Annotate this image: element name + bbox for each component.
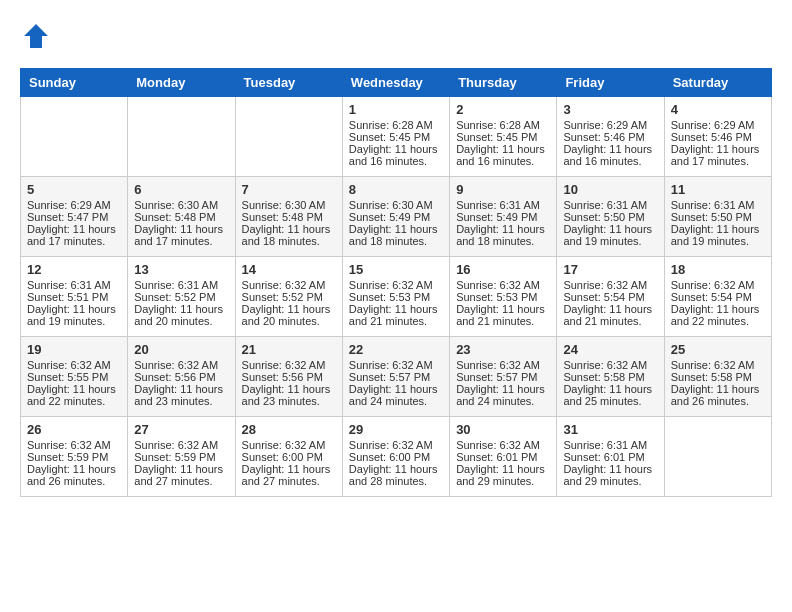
day-number: 22 xyxy=(349,342,443,357)
day-info: Sunset: 6:00 PM xyxy=(242,451,336,463)
calendar-cell: 27Sunrise: 6:32 AMSunset: 5:59 PMDayligh… xyxy=(128,417,235,497)
day-info: Daylight: 11 hours and 24 minutes. xyxy=(349,383,443,407)
day-info: Sunrise: 6:32 AM xyxy=(563,279,657,291)
day-info: Daylight: 11 hours and 23 minutes. xyxy=(134,383,228,407)
day-info: Sunset: 5:59 PM xyxy=(134,451,228,463)
day-info: Daylight: 11 hours and 19 minutes. xyxy=(27,303,121,327)
day-number: 23 xyxy=(456,342,550,357)
calendar-week-2: 5Sunrise: 6:29 AMSunset: 5:47 PMDaylight… xyxy=(21,177,772,257)
calendar-cell: 13Sunrise: 6:31 AMSunset: 5:52 PMDayligh… xyxy=(128,257,235,337)
day-info: Daylight: 11 hours and 21 minutes. xyxy=(456,303,550,327)
day-number: 13 xyxy=(134,262,228,277)
calendar-cell: 7Sunrise: 6:30 AMSunset: 5:48 PMDaylight… xyxy=(235,177,342,257)
day-info: Sunset: 5:47 PM xyxy=(27,211,121,223)
calendar-week-1: 1Sunrise: 6:28 AMSunset: 5:45 PMDaylight… xyxy=(21,97,772,177)
day-info: Sunset: 5:58 PM xyxy=(671,371,765,383)
calendar-cell: 18Sunrise: 6:32 AMSunset: 5:54 PMDayligh… xyxy=(664,257,771,337)
day-number: 12 xyxy=(27,262,121,277)
calendar-cell: 16Sunrise: 6:32 AMSunset: 5:53 PMDayligh… xyxy=(450,257,557,337)
calendar-cell: 15Sunrise: 6:32 AMSunset: 5:53 PMDayligh… xyxy=(342,257,449,337)
day-info: Daylight: 11 hours and 16 minutes. xyxy=(456,143,550,167)
day-info: Sunrise: 6:32 AM xyxy=(242,279,336,291)
day-info: Sunrise: 6:30 AM xyxy=(134,199,228,211)
day-info: Sunset: 5:55 PM xyxy=(27,371,121,383)
day-info: Daylight: 11 hours and 29 minutes. xyxy=(563,463,657,487)
day-info: Sunrise: 6:30 AM xyxy=(349,199,443,211)
day-number: 29 xyxy=(349,422,443,437)
day-number: 10 xyxy=(563,182,657,197)
calendar-cell: 31Sunrise: 6:31 AMSunset: 6:01 PMDayligh… xyxy=(557,417,664,497)
calendar-table: SundayMondayTuesdayWednesdayThursdayFrid… xyxy=(20,68,772,497)
calendar-cell xyxy=(128,97,235,177)
day-info: Daylight: 11 hours and 17 minutes. xyxy=(134,223,228,247)
day-info: Sunrise: 6:31 AM xyxy=(563,439,657,451)
day-info: Sunrise: 6:29 AM xyxy=(27,199,121,211)
day-info: Sunrise: 6:32 AM xyxy=(349,439,443,451)
day-info: Daylight: 11 hours and 22 minutes. xyxy=(671,303,765,327)
day-info: Daylight: 11 hours and 25 minutes. xyxy=(563,383,657,407)
day-info: Sunset: 5:48 PM xyxy=(134,211,228,223)
day-info: Sunset: 5:52 PM xyxy=(134,291,228,303)
day-header-monday: Monday xyxy=(128,69,235,97)
page-header xyxy=(20,20,772,52)
calendar-cell: 3Sunrise: 6:29 AMSunset: 5:46 PMDaylight… xyxy=(557,97,664,177)
day-number: 27 xyxy=(134,422,228,437)
day-info: Daylight: 11 hours and 20 minutes. xyxy=(134,303,228,327)
calendar-cell: 10Sunrise: 6:31 AMSunset: 5:50 PMDayligh… xyxy=(557,177,664,257)
calendar-cell: 6Sunrise: 6:30 AMSunset: 5:48 PMDaylight… xyxy=(128,177,235,257)
day-info: Sunset: 6:01 PM xyxy=(563,451,657,463)
calendar-cell: 5Sunrise: 6:29 AMSunset: 5:47 PMDaylight… xyxy=(21,177,128,257)
day-number: 15 xyxy=(349,262,443,277)
day-info: Sunset: 5:50 PM xyxy=(671,211,765,223)
day-info: Sunset: 5:57 PM xyxy=(456,371,550,383)
day-info: Sunset: 5:54 PM xyxy=(563,291,657,303)
day-info: Sunrise: 6:32 AM xyxy=(671,359,765,371)
day-number: 8 xyxy=(349,182,443,197)
day-number: 7 xyxy=(242,182,336,197)
day-info: Sunrise: 6:32 AM xyxy=(27,359,121,371)
calendar-cell: 1Sunrise: 6:28 AMSunset: 5:45 PMDaylight… xyxy=(342,97,449,177)
day-info: Sunset: 5:56 PM xyxy=(134,371,228,383)
day-info: Sunrise: 6:32 AM xyxy=(134,359,228,371)
calendar-cell: 14Sunrise: 6:32 AMSunset: 5:52 PMDayligh… xyxy=(235,257,342,337)
calendar-header-row: SundayMondayTuesdayWednesdayThursdayFrid… xyxy=(21,69,772,97)
day-header-sunday: Sunday xyxy=(21,69,128,97)
day-info: Sunrise: 6:30 AM xyxy=(242,199,336,211)
day-info: Sunset: 5:49 PM xyxy=(349,211,443,223)
day-info: Sunrise: 6:32 AM xyxy=(456,439,550,451)
day-info: Daylight: 11 hours and 29 minutes. xyxy=(456,463,550,487)
calendar-cell: 2Sunrise: 6:28 AMSunset: 5:45 PMDaylight… xyxy=(450,97,557,177)
calendar-cell: 23Sunrise: 6:32 AMSunset: 5:57 PMDayligh… xyxy=(450,337,557,417)
day-number: 30 xyxy=(456,422,550,437)
day-info: Daylight: 11 hours and 27 minutes. xyxy=(242,463,336,487)
day-header-tuesday: Tuesday xyxy=(235,69,342,97)
calendar-cell: 25Sunrise: 6:32 AMSunset: 5:58 PMDayligh… xyxy=(664,337,771,417)
day-number: 28 xyxy=(242,422,336,437)
day-info: Sunset: 5:46 PM xyxy=(563,131,657,143)
calendar-cell: 11Sunrise: 6:31 AMSunset: 5:50 PMDayligh… xyxy=(664,177,771,257)
calendar-cell: 4Sunrise: 6:29 AMSunset: 5:46 PMDaylight… xyxy=(664,97,771,177)
day-number: 17 xyxy=(563,262,657,277)
day-number: 14 xyxy=(242,262,336,277)
calendar-cell: 26Sunrise: 6:32 AMSunset: 5:59 PMDayligh… xyxy=(21,417,128,497)
day-info: Daylight: 11 hours and 20 minutes. xyxy=(242,303,336,327)
day-info: Sunrise: 6:32 AM xyxy=(134,439,228,451)
day-info: Daylight: 11 hours and 17 minutes. xyxy=(671,143,765,167)
day-info: Sunset: 6:01 PM xyxy=(456,451,550,463)
day-info: Daylight: 11 hours and 27 minutes. xyxy=(134,463,228,487)
calendar-cell: 30Sunrise: 6:32 AMSunset: 6:01 PMDayligh… xyxy=(450,417,557,497)
day-info: Sunrise: 6:32 AM xyxy=(671,279,765,291)
day-number: 5 xyxy=(27,182,121,197)
calendar-week-5: 26Sunrise: 6:32 AMSunset: 5:59 PMDayligh… xyxy=(21,417,772,497)
day-info: Daylight: 11 hours and 22 minutes. xyxy=(27,383,121,407)
day-info: Sunrise: 6:31 AM xyxy=(27,279,121,291)
calendar-cell xyxy=(235,97,342,177)
day-info: Daylight: 11 hours and 17 minutes. xyxy=(27,223,121,247)
calendar-cell: 22Sunrise: 6:32 AMSunset: 5:57 PMDayligh… xyxy=(342,337,449,417)
calendar-cell: 12Sunrise: 6:31 AMSunset: 5:51 PMDayligh… xyxy=(21,257,128,337)
day-number: 26 xyxy=(27,422,121,437)
day-info: Sunset: 5:58 PM xyxy=(563,371,657,383)
day-number: 16 xyxy=(456,262,550,277)
day-info: Sunrise: 6:32 AM xyxy=(242,439,336,451)
day-info: Sunrise: 6:32 AM xyxy=(456,359,550,371)
